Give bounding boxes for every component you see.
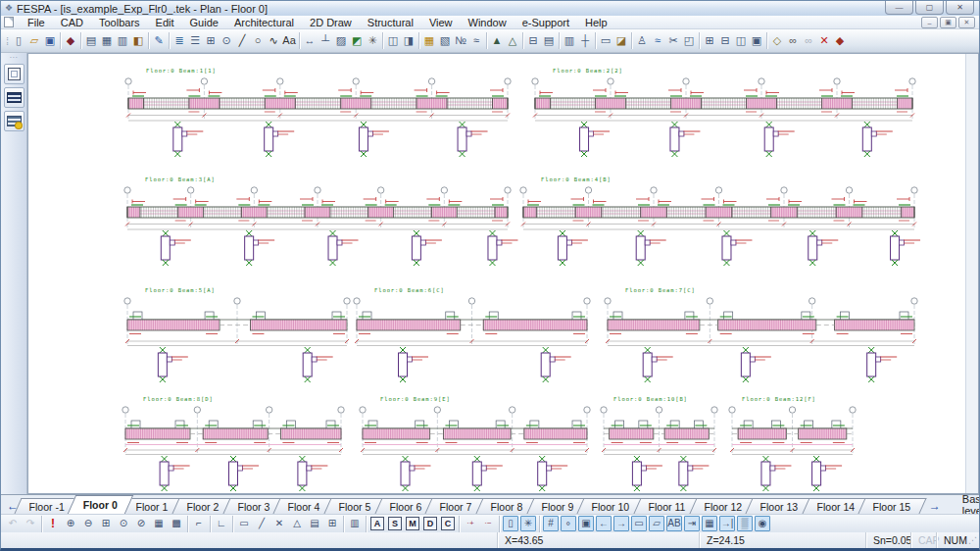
comb-tool-icon[interactable]: ┼ — [577, 31, 593, 51]
mode-m-icon[interactable]: M — [406, 517, 419, 530]
minimize-button[interactable]: — — [885, 1, 913, 15]
view-reinforcement-button[interactable] — [4, 111, 24, 131]
window-front-icon[interactable]: ⊟ — [717, 31, 733, 51]
regen-icon[interactable]: ! — [45, 516, 61, 531]
menu-window[interactable]: Window — [461, 16, 514, 28]
mdi-minimize-button[interactable]: – — [921, 17, 938, 28]
table-tool-icon[interactable]: ⊞ — [324, 516, 340, 531]
copy-icon[interactable]: ▤ — [83, 31, 99, 51]
grid-settings-icon[interactable]: ⊞ — [203, 31, 219, 51]
levels-add-icon[interactable]: ⊟ — [525, 31, 541, 51]
select-cursor-icon[interactable]: ▯ — [503, 516, 518, 531]
binoculars-off-icon[interactable]: ∞ — [801, 31, 816, 51]
menu-architectural[interactable]: Architectural — [226, 16, 302, 28]
tools-hammer-icon[interactable]: ✳ — [365, 31, 380, 51]
mode-a-icon[interactable]: A — [370, 517, 384, 530]
menu-view[interactable]: View — [421, 16, 461, 28]
node-tool-icon[interactable]: ⊙ — [219, 31, 234, 51]
menu-e-support[interactable]: e-Support — [514, 16, 577, 28]
arc-tool-icon[interactable]: ∿ — [266, 31, 281, 51]
mode-s-icon[interactable]: S — [388, 517, 402, 530]
snap-table-icon[interactable]: ▦ — [702, 516, 717, 531]
purge-bag-icon[interactable]: ◆ — [832, 31, 848, 51]
mdi-close-button[interactable]: ✕ — [958, 17, 975, 28]
terrain-view-icon[interactable]: △ — [505, 31, 520, 51]
save-icon[interactable]: ▣ — [42, 31, 58, 51]
snap-star-icon[interactable]: ✳ — [520, 516, 536, 531]
find-text-icon[interactable]: ≈ — [468, 31, 484, 51]
calculator-icon[interactable]: ▤ — [541, 31, 557, 51]
mode-d-icon[interactable]: D — [423, 517, 437, 530]
snap-parallel-icon[interactable]: ▱ — [649, 516, 664, 531]
protractor-icon[interactable]: △ — [289, 516, 305, 531]
dimension-tool-icon[interactable]: ↔ — [302, 31, 318, 51]
menu-toolbars[interactable]: Toolbars — [91, 16, 148, 28]
mdi-restore-button[interactable]: ▣ — [940, 17, 956, 28]
open-folder-icon[interactable]: ▱ — [26, 31, 42, 51]
walk-person-icon[interactable]: ♙ — [634, 31, 650, 51]
maximize-button[interactable]: ▢ — [915, 1, 944, 15]
snap-extension-icon[interactable]: ← — [596, 516, 612, 531]
print-drawing-icon[interactable]: ▥ — [562, 31, 577, 51]
view-formwork-button[interactable] — [4, 87, 24, 108]
zoom-extents-icon[interactable]: ▦ — [151, 516, 167, 531]
ucs-corner-icon[interactable]: ⌐ — [191, 516, 207, 531]
menu-cad[interactable]: CAD — [53, 16, 91, 28]
excel-table-icon[interactable]: ▦ — [421, 31, 437, 51]
view-plan-button[interactable] — [4, 64, 24, 84]
zoom-out-icon[interactable]: ⊖ — [80, 516, 96, 531]
tab-scroll-right-icon[interactable]: → — [929, 500, 941, 512]
window-side-icon[interactable]: ◫ — [733, 31, 749, 51]
copy-props-icon[interactable]: ▥ — [347, 516, 363, 531]
tab-floor-0[interactable]: Floor 0 — [68, 495, 133, 514]
pan-hand-icon[interactable]: ◇ — [769, 31, 785, 51]
edit-cell-icon[interactable]: ▤ — [307, 516, 322, 531]
print-icon[interactable]: ▦ — [99, 31, 115, 51]
snap-arrow-icon[interactable]: → — [613, 516, 629, 531]
tree-view-icon[interactable]: ▲ — [489, 31, 505, 51]
window-plan-icon[interactable]: ⊞ — [702, 31, 717, 51]
binoculars-icon[interactable]: ∞ — [785, 31, 801, 51]
print-preview-icon[interactable]: ▥ — [115, 31, 130, 51]
properties-window-icon[interactable]: ◫ — [385, 31, 401, 51]
menu-guide[interactable]: Guide — [182, 16, 226, 28]
wave-section-icon[interactable]: ≈ — [650, 31, 665, 51]
fespa-model-icon[interactable]: ◆ — [63, 31, 78, 51]
point-plus-icon[interactable]: ·+ — [463, 516, 478, 531]
ortho-corner-icon[interactable]: ∟ — [214, 516, 229, 531]
delete-red-icon[interactable]: ✕ — [816, 31, 832, 51]
palette-icon[interactable]: ◪ — [613, 31, 629, 51]
export-page-icon[interactable]: ◧ — [130, 31, 146, 51]
resize-grip[interactable]: ⋰ — [965, 535, 979, 546]
close-button[interactable]: ✕ — [946, 1, 974, 15]
window-note-icon[interactable]: ▣ — [749, 31, 764, 51]
zoom-window-icon[interactable]: ⊞ — [98, 516, 114, 531]
new-file-icon[interactable]: ▯ — [11, 31, 26, 51]
undo-icon[interactable]: ↶ — [5, 516, 21, 531]
menu-structural[interactable]: Structural — [360, 16, 421, 28]
region-hatch-icon[interactable]: ▧ — [437, 31, 453, 51]
edit-pencil-icon[interactable]: ✎ — [151, 31, 167, 51]
circle-tool-icon[interactable]: ○ — [250, 31, 266, 51]
snap-view-icon[interactable]: ◉ — [755, 516, 770, 531]
snap-grid-icon[interactable]: # — [543, 516, 559, 531]
menu-2d-draw[interactable]: 2D Draw — [302, 16, 360, 28]
measure-cross-icon[interactable]: ✕ — [271, 516, 287, 531]
text-tool-icon[interactable]: Aa — [281, 31, 297, 51]
point-minus-icon[interactable]: ·− — [480, 516, 496, 531]
zoom-named-icon[interactable]: ▩ — [169, 516, 184, 531]
level-mark-icon[interactable]: ┴ — [318, 31, 333, 51]
line-tool-2-icon[interactable]: ╱ — [254, 516, 270, 531]
menu-edit[interactable]: Edit — [148, 16, 182, 28]
mode-c-icon[interactable]: C — [441, 517, 455, 530]
vertical-scrollbar[interactable] — [965, 54, 978, 493]
snap-endpoint-icon[interactable]: ∘ — [561, 516, 576, 531]
hatch-tool-icon[interactable]: ▨ — [333, 31, 349, 51]
snap-insert-icon[interactable]: ⇥ — [684, 516, 700, 531]
snap-near-icon[interactable]: →| — [719, 516, 735, 531]
numbering-icon[interactable]: № — [453, 31, 468, 51]
line-tool-icon[interactable]: ╱ — [234, 31, 250, 51]
menu-help[interactable]: Help — [577, 16, 615, 28]
entity-list-icon[interactable]: ☰ — [187, 31, 203, 51]
menu-file[interactable]: File — [20, 16, 53, 28]
